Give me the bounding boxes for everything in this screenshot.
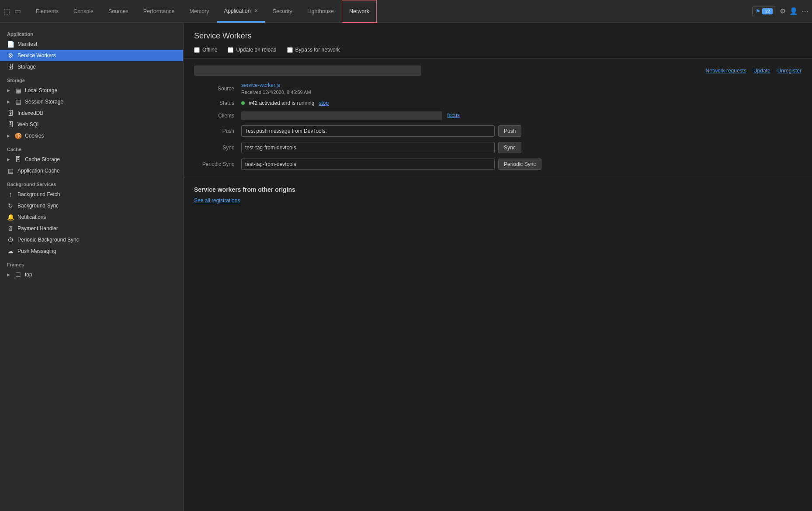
sidebar-item-cache-storage-label: Cache Storage	[25, 156, 60, 162]
sync-label: Sync	[194, 145, 238, 151]
sidebar-item-frames-top[interactable]: ▶ ☐ top	[0, 269, 183, 280]
sidebar-item-periodic-bg-sync[interactable]: ⏱ Periodic Background Sync	[0, 234, 183, 245]
tab-security[interactable]: Security	[266, 0, 299, 23]
sidebar-item-session-storage[interactable]: ▶ ▤ Session Storage	[0, 96, 183, 107]
push-button[interactable]: Push	[498, 125, 521, 137]
update-link[interactable]: Update	[753, 68, 770, 74]
arrow-icon-4: ▶	[7, 157, 10, 162]
tab-memory[interactable]: Memory	[182, 0, 216, 23]
periodic-sync-input[interactable]	[241, 159, 495, 170]
bypass-for-network-checkbox[interactable]	[287, 47, 293, 53]
content-panel: Service Workers Offline Update on reload…	[184, 23, 812, 511]
checkbox-bypass-for-network[interactable]: Bypass for network	[287, 47, 340, 53]
sidebar-item-web-sql-label: Web SQL	[17, 121, 40, 128]
source-value: service-worker.js Received 12/4/2020, 8:…	[241, 82, 802, 95]
tab-lighthouse[interactable]: Lighthouse	[300, 0, 341, 23]
source-label: Source	[194, 86, 238, 92]
sync-button[interactable]: Sync	[498, 142, 521, 153]
device-icon[interactable]: ▭	[14, 7, 21, 15]
status-label: Status	[194, 100, 238, 106]
push-label: Push	[194, 128, 238, 134]
tab-bar: ⬚ ▭ 📄Elements Console Sources Performanc…	[0, 0, 812, 23]
periodic-sync-label: Periodic Sync	[194, 161, 238, 167]
network-requests-link[interactable]: Network requests	[706, 68, 746, 74]
arrow-icon-5: ▶	[7, 273, 10, 277]
sidebar: Application 📄 Manifest ⚙ Service Workers…	[0, 23, 184, 511]
sidebar-section-cache: Cache	[0, 142, 183, 154]
sidebar-item-service-workers[interactable]: ⚙ Service Workers	[0, 50, 183, 61]
sidebar-item-notifications[interactable]: 🔔 Notifications	[0, 211, 183, 223]
sidebar-item-bg-sync[interactable]: ↻ Background Sync	[0, 200, 183, 211]
tab-bar-right: ⚑ 12 ⚙ 👤 ⋯	[752, 7, 809, 16]
sidebar-item-web-sql[interactable]: 🗄 Web SQL	[0, 119, 183, 130]
push-input[interactable]	[241, 125, 495, 137]
settings-icon[interactable]: ⚙	[780, 7, 786, 15]
tab-console[interactable]: Console	[66, 0, 101, 23]
bg-sync-icon: ↻	[7, 202, 14, 209]
user-icon[interactable]: 👤	[789, 7, 798, 15]
tab-elements[interactable]: 📄Elements	[29, 0, 66, 23]
sidebar-item-push-messaging[interactable]: ☁ Push Messaging	[0, 245, 183, 257]
stop-link[interactable]: stop	[319, 100, 329, 106]
storage-icon: 🗄	[7, 63, 14, 70]
gear-icon: ⚙	[7, 52, 14, 59]
sw-entry: Network requests Update Unregister Sourc…	[184, 59, 812, 177]
sidebar-item-cache-storage[interactable]: ▶ 🗄 Cache Storage	[0, 154, 183, 165]
sidebar-item-notifications-label: Notifications	[17, 214, 46, 220]
tab-network[interactable]: Network	[342, 0, 377, 23]
sidebar-item-cookies[interactable]: ▶ 🍪 Cookies	[0, 130, 183, 142]
sidebar-section-application: Application	[0, 26, 183, 38]
sync-input[interactable]	[241, 142, 495, 153]
focus-link[interactable]: focus	[447, 112, 460, 118]
offline-label: Offline	[202, 47, 217, 53]
sidebar-item-local-storage[interactable]: ▶ ▤ Local Storage	[0, 85, 183, 96]
tab-performance[interactable]: Performance	[136, 0, 182, 23]
sidebar-item-cookies-label: Cookies	[25, 133, 44, 139]
sidebar-item-storage[interactable]: 🗄 Storage	[0, 61, 183, 73]
see-all-registrations-link[interactable]: See all registrations	[194, 197, 240, 204]
sidebar-item-session-storage-label: Session Storage	[25, 99, 63, 105]
sync-row: Sync	[241, 142, 802, 153]
clients-label: Clients	[194, 113, 238, 119]
frame-icon: ☐	[14, 271, 21, 278]
badge-container[interactable]: ⚑ 12	[752, 7, 776, 16]
tab-sources[interactable]: Sources	[101, 0, 135, 23]
payment-icon: 🖥	[7, 225, 14, 232]
more-icon[interactable]: ⋯	[802, 7, 809, 15]
sidebar-item-manifest-label: Manifest	[17, 41, 37, 47]
update-on-reload-label: Update on reload	[236, 47, 276, 53]
sidebar-section-frames: Frames	[0, 257, 183, 269]
source-file-link[interactable]: service-worker.js	[241, 82, 280, 88]
cursor-icon[interactable]: ⬚	[3, 7, 10, 15]
app-cache-icon: ▤	[7, 167, 14, 174]
sidebar-item-indexeddb-label: IndexedDB	[17, 110, 43, 116]
panel-title: Service Workers	[194, 31, 802, 41]
sidebar-item-bg-fetch[interactable]: ↕ Background Fetch	[0, 189, 183, 200]
sidebar-item-service-workers-label: Service Workers	[17, 52, 56, 59]
cache-storage-icon: 🗄	[14, 156, 21, 163]
offline-checkbox[interactable]	[194, 47, 200, 53]
tab-application-close[interactable]: ✕	[254, 8, 258, 13]
arrow-icon-2: ▶	[7, 100, 10, 104]
update-on-reload-checkbox[interactable]	[228, 47, 233, 53]
sidebar-item-application-cache[interactable]: ▤ Application Cache	[0, 165, 183, 176]
push-icon: ☁	[7, 248, 14, 255]
periodic-sync-button[interactable]: Periodic Sync	[498, 159, 541, 170]
push-row: Push	[241, 125, 802, 137]
unregister-link[interactable]: Unregister	[777, 68, 802, 74]
sidebar-item-manifest[interactable]: 📄 Manifest	[0, 38, 183, 50]
checkbox-update-on-reload[interactable]: Update on reload	[228, 47, 276, 53]
tab-application[interactable]: Application ✕	[217, 0, 265, 23]
sidebar-item-payment-handler[interactable]: 🖥 Payment Handler	[0, 223, 183, 234]
other-origins-title: Service workers from other origins	[194, 186, 802, 193]
sidebar-item-indexeddb[interactable]: 🗄 IndexedDB	[0, 107, 183, 119]
clients-bar	[241, 111, 442, 120]
arrow-icon-3: ▶	[7, 134, 10, 138]
sidebar-item-payment-handler-label: Payment Handler	[17, 225, 58, 231]
sidebar-item-bg-fetch-label: Background Fetch	[17, 191, 60, 197]
checkbox-offline[interactable]: Offline	[194, 47, 217, 53]
panel-header: Service Workers Offline Update on reload…	[184, 23, 812, 59]
flag-icon: ⚑	[756, 8, 760, 14]
indexeddb-icon: 🗄	[7, 110, 14, 117]
periodic-sync-row: Periodic Sync	[241, 159, 802, 170]
